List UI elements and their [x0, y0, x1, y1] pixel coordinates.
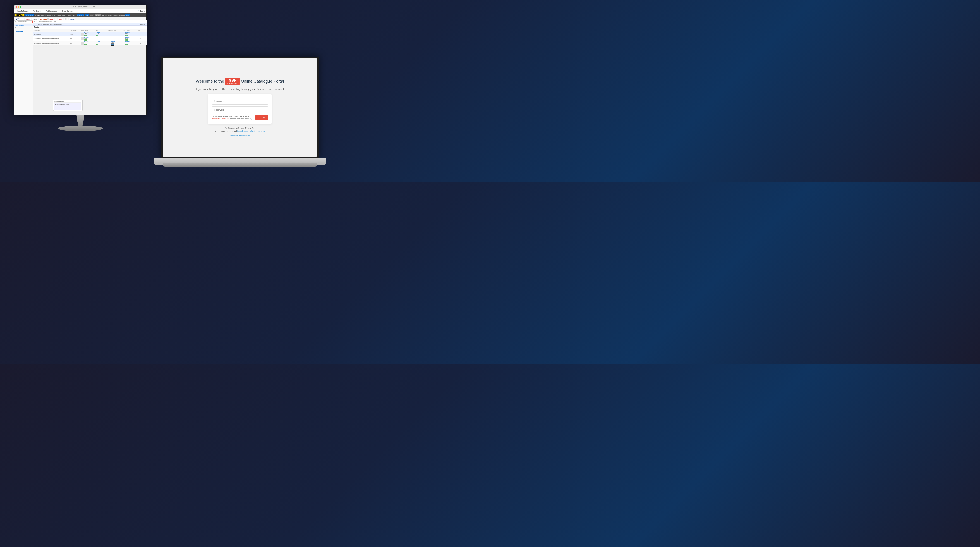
add-pad-2-button[interactable]: 🛒: [84, 39, 87, 41]
row-1-comment: Coated Disc: [34, 33, 70, 35]
support-label: For Customer Support Please Call: [183, 127, 297, 129]
terms-text: By using our service you are agreeing to…: [212, 115, 253, 120]
add-disc-button[interactable]: 🛒: [126, 35, 128, 36]
application-row: ✓ RANGE ROVER SPORT (13->) 3.0SDV6 04/20…: [33, 23, 146, 25]
th-pad: Pad/ Shoe: [81, 30, 96, 31]
welcome-pre: Welcome to the: [196, 79, 224, 84]
table-row: Coated Disc, 2 piston caliper | Single d…: [33, 37, 146, 41]
left-sidebar: 🔍 ✕ Wheel Bearing Go Autodata: [14, 20, 33, 115]
app-menubar: AdCar (2964) 8.305.0 laps V90: [14, 5, 146, 9]
app-year-value: 04/2013-: [140, 24, 145, 25]
sidebar-item-go[interactable]: Go: [14, 27, 33, 29]
login-button[interactable]: Log In: [255, 115, 268, 120]
screen-content: AdCar (2964) 8.305.0 laps V90 Cross Refe…: [14, 5, 146, 115]
th-disc: Disc/ Drum: [123, 30, 138, 31]
row-3-kit: LK0640 27.27 🛒: [96, 41, 111, 45]
add-pad-button[interactable]: 🛒: [84, 35, 87, 36]
password-input[interactable]: [212, 107, 268, 113]
wear-popup-header: Wear Indicator: [54, 101, 81, 103]
login-terms-row: By using our service you are agreeing to…: [212, 115, 268, 120]
table-row: Coated Disc TRW LP3396 44.74 🛒: [33, 32, 146, 37]
body-badge: Estate: [126, 14, 130, 16]
filter-count: 1 of 3: [53, 21, 56, 22]
row-2-pad: LP2176 32.63 🛒: [81, 37, 96, 41]
add-pad-3-button[interactable]: 🛒: [84, 44, 87, 45]
add-disc-2-button[interactable]: 🛒: [126, 39, 128, 41]
row-2-oe: Ate: [70, 38, 81, 40]
table-row: Coated Disc, 4 piston caliper | Single d…: [33, 41, 146, 46]
add-disc-3-button[interactable]: 🛒: [126, 44, 128, 45]
date-badge: Mar 2016: [95, 14, 101, 16]
table-header: Comment OE System Pad/ Shoe Kit Wear Ind…: [33, 29, 146, 32]
support-contact: 0121 748 8712 or email branchsupport@gsf…: [183, 130, 297, 132]
welcome-subtitle: If you are a Registered User please Log …: [183, 88, 297, 91]
search-box: 🔍 ✕: [14, 20, 33, 24]
wear-indicator-popup: Wear Indicator Note: Use with LP3395: [53, 100, 83, 111]
gears-text: 8 Gears: [113, 14, 118, 16]
window-title: AdCar (2964) 8.305.0 laps V90: [23, 6, 145, 8]
monitor-screen: AdCar (2964) 8.305.0 laps V90 Cross Refe…: [14, 5, 147, 115]
laptop: Welcome to the GSF CARPARTS Online Catal…: [154, 57, 326, 182]
sv-2: V: [140, 38, 141, 40]
tab-part-comparison[interactable]: Part Comparison: [45, 10, 59, 12]
pad-thumb-2: [81, 37, 84, 40]
tab-cross-reference[interactable]: Cross Reference: [16, 10, 29, 12]
add-kit2-3-button[interactable]: 🛒: [111, 43, 114, 46]
row-2-comment: Coated Disc, 2 piston caliper | Single d…: [34, 38, 70, 40]
login-card: By using our service you are agreeing to…: [208, 94, 272, 124]
row-1-pad: LP3396 44.74 🛒: [81, 32, 96, 36]
category-label: Friction: [33, 25, 146, 29]
welcome-post: Online Catalogue Portal: [241, 79, 284, 84]
pad-thumb: [81, 33, 84, 35]
application-text: RANGE ROVER SPORT (13->) 3.0SDV6: [38, 24, 62, 25]
th-wear: Wear Indicator: [108, 30, 123, 31]
model-text: R ROVER SPORT ABOD DYN SDVE A (AUTOGRAPH…: [35, 14, 76, 16]
close-dot[interactable]: [16, 6, 17, 8]
hp-text: BHP 258: [102, 14, 107, 16]
laptop-base-bottom: [163, 163, 317, 167]
add-kit-3-button[interactable]: 🛒: [96, 44, 99, 45]
filter-bar: ◀ ▶ Filter the applications... 1 of 3: [33, 20, 146, 23]
basket-button[interactable]: 🛒 Basket: [138, 10, 145, 12]
toc-link[interactable]: Terms and Conditions: [230, 135, 250, 137]
make-badge: LAND ROVER: [25, 14, 34, 16]
engine-badge: 3.0D: [85, 14, 89, 16]
th-oe: OE System: [70, 30, 81, 31]
row-3-wear: LJ92M8 13.99 🛒: [111, 40, 126, 46]
trans-text: Automatic: [119, 14, 125, 16]
row-1-kit: L2N360 13.43 🛒: [96, 32, 111, 36]
filter-placeholder: Filter the applications...: [38, 21, 52, 22]
monitor-bezel: AdCar (2964) 8.305.0 laps V90 Cross Refe…: [14, 5, 147, 115]
window-controls: [16, 6, 21, 8]
sidebar-item-wheel-bearing[interactable]: Wheel Bearing: [14, 24, 33, 27]
vrn-plate: K777BUK: [15, 14, 24, 16]
mhz-badge: MH2 (L494): [77, 14, 84, 16]
login-page: Welcome to the GSF CARPARTS Online Catal…: [183, 78, 297, 137]
tab-part-search[interactable]: Part Search: [32, 10, 42, 12]
row-2-disc: BG9294C 65.09 🛒: [126, 37, 140, 41]
th-kit: Kit: [96, 30, 108, 31]
support-email-link[interactable]: branchsupport@gsfgroup.com: [237, 130, 265, 132]
vehicle-bar: K777BUK LAND ROVER R ROVER SPORT ABOD DY…: [14, 13, 146, 17]
wear-popup-body: Note: Use with LP3395: [54, 103, 81, 110]
tab-order-summary[interactable]: Order Summary: [61, 10, 75, 12]
row-3-disc: BG8107C 59.60 🛒: [126, 41, 140, 45]
terms-conditions-link-1[interactable]: Terms and Conditions: [212, 118, 229, 120]
row-3-pad: LP2197 56.52 🛒: [81, 41, 96, 45]
minimize-dot[interactable]: [18, 6, 19, 8]
autodata-logo: Autodata: [14, 29, 33, 33]
gsf-logo: GSF CARPARTS: [226, 78, 239, 85]
username-input[interactable]: [212, 98, 268, 105]
code-badge: 30G7: [90, 14, 94, 16]
welcome-heading: Welcome to the GSF CARPARTS Online Catal…: [183, 78, 297, 85]
row-3-comment: Coated Disc, 4 piston caliper | Single d…: [34, 43, 70, 44]
monitor: AdCar (2964) 8.305.0 laps V90 Cross Refe…: [7, 5, 154, 140]
th-comment: Comment: [34, 30, 70, 31]
maximize-dot[interactable]: [20, 6, 21, 8]
main-content: ◀ ▶ Filter the applications... 1 of 3 ✓ …: [33, 20, 146, 115]
add-kit-button[interactable]: 🛒: [96, 35, 99, 36]
row-1-disc: BG8048C 52.07 🛒: [126, 32, 140, 36]
search-input[interactable]: [16, 21, 32, 23]
pad-thumb-3: [81, 42, 84, 45]
monitor-stand-base: [58, 126, 103, 131]
